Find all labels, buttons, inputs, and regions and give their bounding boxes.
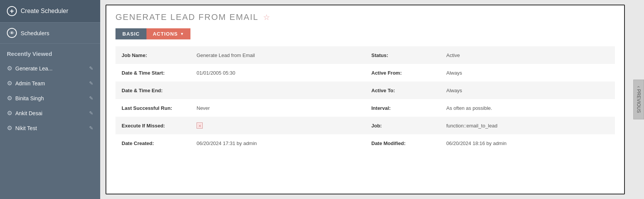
- active-to-label: Active To:: [365, 85, 442, 96]
- last-run-label: Last Successful Run:: [115, 102, 192, 114]
- edit-icon[interactable]: ✎: [89, 95, 93, 101]
- status-value: Active: [442, 49, 615, 61]
- schedulers-label: Schedulers: [21, 30, 49, 36]
- plus-icon: +: [7, 6, 17, 16]
- date-time-start-value: 01/01/2005 05:30: [192, 67, 365, 79]
- date-modified-label: Date Modified:: [365, 137, 442, 149]
- sidebar-item-generate-lea[interactable]: ⚙ Generate Lea... ✎: [0, 61, 100, 76]
- detail-row: Date & Time End:: [115, 82, 365, 99]
- edit-icon[interactable]: ✎: [89, 65, 93, 71]
- checkbox-x-icon: ✕: [197, 122, 203, 129]
- date-time-end-value: [192, 87, 365, 93]
- active-from-label: Active From:: [365, 67, 442, 79]
- card-title: GENERATE LEAD FROM EMAIL ☆: [115, 12, 615, 22]
- job-name-label: Job Name:: [115, 49, 192, 61]
- tab-actions[interactable]: ACTIONS ▼: [146, 28, 190, 39]
- detail-grid: Job Name: Generate Lead from Email Date …: [115, 46, 615, 152]
- create-scheduler-label: Create Scheduler: [21, 8, 68, 15]
- sidebar-item-label: Ankit Desai: [15, 110, 42, 116]
- edit-icon[interactable]: ✎: [89, 80, 93, 86]
- interval-value: As often as possible.: [442, 102, 615, 114]
- sidebar-item-label: Nikit Test: [15, 125, 37, 131]
- gear-icon: ⚙: [7, 109, 12, 117]
- tab-actions-label: ACTIONS: [153, 31, 178, 37]
- recently-viewed-header: Recently Viewed: [0, 44, 100, 61]
- eye-icon: 👁: [7, 28, 17, 38]
- tab-basic[interactable]: BASIC: [115, 28, 146, 39]
- gear-icon: ⚙: [7, 80, 12, 87]
- last-run-value: Never: [192, 102, 365, 114]
- schedulers-nav-item[interactable]: 👁 Schedulers: [0, 23, 100, 44]
- detail-row: Date Created: 06/20/2024 17:31 by admin: [115, 134, 365, 152]
- star-icon[interactable]: ☆: [263, 13, 271, 22]
- sidebar-item-label: Generate Lea...: [15, 65, 52, 72]
- detail-row: Active To: Always: [365, 82, 615, 99]
- detail-section-right: Status: Active Active From: Always Activ…: [365, 46, 615, 152]
- detail-row: Interval: As often as possible.: [365, 99, 615, 117]
- edit-icon[interactable]: ✎: [89, 110, 93, 116]
- interval-label: Interval:: [365, 102, 442, 114]
- detail-row: Active From: Always: [365, 64, 615, 82]
- date-time-start-label: Date & Time Start:: [115, 67, 192, 79]
- chevron-left-icon: ‹: [636, 86, 641, 88]
- edit-icon[interactable]: ✎: [89, 125, 93, 131]
- chevron-down-icon: ▼: [180, 32, 184, 36]
- date-time-end-label: Date & Time End:: [115, 85, 192, 96]
- sidebar-item-label: Binita Singh: [15, 95, 44, 101]
- job-name-value: Generate Lead from Email: [192, 49, 365, 61]
- detail-row: Job Name: Generate Lead from Email: [115, 46, 365, 64]
- gear-icon: ⚙: [7, 65, 12, 72]
- date-modified-value: 06/20/2024 18:16 by admin: [442, 137, 615, 149]
- detail-row: Date & Time Start: 01/01/2005 05:30: [115, 64, 365, 82]
- sidebar-item-binita-singh[interactable]: ⚙ Binita Singh ✎: [0, 91, 100, 106]
- detail-row: Execute If Missed: ✕: [115, 117, 365, 134]
- sidebar-item-label: Admin Team: [15, 80, 45, 86]
- status-label: Status:: [365, 49, 442, 61]
- previous-button[interactable]: ‹ PREVIOUS: [633, 80, 644, 119]
- sidebar-item-nikit-test[interactable]: ⚙ Nikit Test ✎: [0, 121, 100, 135]
- detail-row: Job: function::email_to_lead: [365, 117, 615, 134]
- page-title: GENERATE LEAD FROM EMAIL: [115, 12, 259, 22]
- sidebar-item-admin-team[interactable]: ⚙ Admin Team ✎: [0, 76, 100, 91]
- job-label: Job:: [365, 120, 442, 132]
- job-value: function::email_to_lead: [442, 120, 615, 132]
- date-created-label: Date Created:: [115, 137, 192, 149]
- execute-missed-label: Execute If Missed:: [115, 120, 192, 132]
- detail-row: Status: Active: [365, 46, 615, 64]
- detail-card: GENERATE LEAD FROM EMAIL ☆ BASIC ACTIONS…: [106, 5, 625, 194]
- gear-icon: ⚙: [7, 95, 12, 102]
- detail-row: Date Modified: 06/20/2024 18:16 by admin: [365, 134, 615, 152]
- execute-missed-value: ✕: [192, 119, 365, 132]
- create-scheduler-btn[interactable]: + Create Scheduler: [0, 0, 100, 23]
- sidebar-item-ankit-desai[interactable]: ⚙ Ankit Desai ✎: [0, 106, 100, 121]
- detail-row: Last Successful Run: Never: [115, 99, 365, 117]
- previous-label: PREVIOUS: [636, 89, 641, 113]
- active-to-value: Always: [442, 85, 615, 96]
- tab-bar: BASIC ACTIONS ▼: [115, 28, 615, 39]
- sidebar: + Create Scheduler 👁 Schedulers Recently…: [0, 0, 100, 199]
- main-content: ‹ PREVIOUS GENERATE LEAD FROM EMAIL ☆ BA…: [100, 0, 644, 199]
- detail-section-left: Job Name: Generate Lead from Email Date …: [115, 46, 365, 152]
- date-created-value: 06/20/2024 17:31 by admin: [192, 137, 365, 149]
- active-from-value: Always: [442, 67, 615, 79]
- gear-icon: ⚙: [7, 124, 12, 132]
